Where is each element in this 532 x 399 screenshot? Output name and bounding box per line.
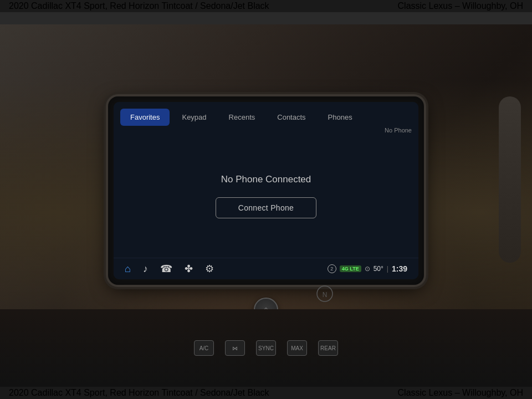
- nfc-symbol: N: [316, 285, 334, 306]
- screen-content: No Phone Connected Connect Phone: [114, 135, 418, 258]
- tab-favorites[interactable]: Favorites: [120, 109, 170, 126]
- home-nav-icon[interactable]: ⌂: [125, 263, 131, 275]
- connect-phone-button[interactable]: Connect Phone: [216, 197, 316, 218]
- tab-contacts[interactable]: Contacts: [267, 109, 315, 126]
- no-phone-label: No Phone Connected: [221, 174, 311, 185]
- rear-button[interactable]: REAR: [318, 340, 338, 356]
- tab-phones[interactable]: Phones: [318, 109, 362, 126]
- ac-button[interactable]: A/C: [194, 340, 214, 356]
- top-bar-left: 2020 Cadillac XT4 Sport, Red Horizon Tin…: [9, 1, 269, 11]
- screen-status: No Phone: [114, 126, 418, 135]
- ac-control[interactable]: A/C: [194, 340, 214, 356]
- ac-label: A/C: [200, 345, 209, 351]
- time-divider: |: [387, 265, 388, 273]
- fan-control[interactable]: ⋈: [225, 340, 245, 356]
- right-trim: [499, 96, 521, 263]
- location-icon: ⊙: [365, 265, 370, 273]
- lte-badge: 4G LTE: [340, 265, 361, 272]
- bottom-controls: A/C ⋈ SYNC MAX REAR: [0, 309, 532, 387]
- screen-info: 2 4G LTE ⊙ 50° | 1:39: [328, 264, 407, 273]
- top-bar: 2020 Cadillac XT4 Sport, Red Horizon Tin…: [0, 0, 532, 12]
- phone-nav-icon[interactable]: ☎: [160, 263, 172, 275]
- screen-nav-bar: ⌂ ♪ ☎ ✤ ⚙ 2 4G LTE ⊙ 50° | 1:39: [114, 258, 418, 279]
- temperature: 50°: [374, 265, 383, 273]
- svg-text:N: N: [323, 291, 328, 299]
- tab-keypad[interactable]: Keypad: [172, 109, 216, 126]
- sync-button[interactable]: SYNC: [256, 340, 276, 356]
- signal-circle: 2: [328, 264, 336, 273]
- apps-nav-icon[interactable]: ✤: [185, 263, 193, 275]
- tab-bar: Favorites Keypad Recents Contacts Phones: [114, 102, 418, 126]
- settings-nav-icon[interactable]: ⚙: [205, 263, 214, 275]
- max-label: MAX: [291, 345, 303, 351]
- sync-label: SYNC: [258, 345, 274, 351]
- main-area: Favorites Keypad Recents Contacts Phones…: [0, 24, 532, 399]
- bottom-bar: 2020 Cadillac XT4 Sport, Red Horizon Tin…: [0, 387, 532, 399]
- fan-symbol: ⋈: [232, 345, 238, 351]
- bottom-bar-left: 2020 Cadillac XT4 Sport, Red Horizon Tin…: [9, 388, 269, 398]
- max-button[interactable]: MAX: [287, 340, 307, 356]
- screen-bezel: Favorites Keypad Recents Contacts Phones…: [108, 96, 424, 285]
- no-phone-status: No Phone: [385, 127, 412, 134]
- tab-recents[interactable]: Recents: [219, 109, 265, 126]
- fan-icon[interactable]: ⋈: [225, 340, 245, 356]
- sync-control[interactable]: SYNC: [256, 340, 276, 356]
- max-control[interactable]: MAX: [287, 340, 307, 356]
- rear-label: REAR: [320, 345, 336, 351]
- bottom-bar-right: Classic Lexus – Willoughby, OH: [398, 388, 523, 398]
- top-bar-right: Classic Lexus – Willoughby, OH: [398, 1, 523, 11]
- music-nav-icon[interactable]: ♪: [143, 263, 148, 275]
- rear-control[interactable]: REAR: [318, 340, 338, 356]
- clock: 1:39: [392, 264, 407, 273]
- infotainment-screen: Favorites Keypad Recents Contacts Phones…: [114, 102, 418, 279]
